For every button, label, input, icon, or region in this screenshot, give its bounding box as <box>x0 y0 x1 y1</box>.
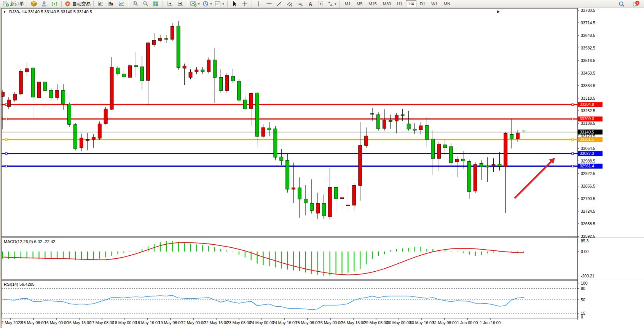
indicators-button[interactable]: ▼ <box>214 0 226 8</box>
chart-window[interactable]: 33780.533714.533648.533582.533516.533450… <box>0 8 644 328</box>
new-order-icon <box>3 1 9 7</box>
svg-text:33054.5: 33054.5 <box>581 146 595 151</box>
svg-text:33186.5: 33186.5 <box>581 121 595 126</box>
profile-icon <box>41 1 48 7</box>
timeframe-h4-button[interactable]: H4 <box>406 0 416 7</box>
timeframe-w1-button[interactable]: W1 <box>429 0 440 7</box>
label-icon: T <box>317 1 324 7</box>
label-button[interactable]: T <box>316 0 326 8</box>
signals-button[interactable] <box>49 0 60 8</box>
toolbar-separator <box>252 1 252 7</box>
market-icon <box>31 1 37 7</box>
time-axis: 12 May 202315 May 08:0016 May 00:0016 Ma… <box>0 318 501 325</box>
chart-line-button[interactable] <box>116 0 126 8</box>
dropdown-caret-icon[interactable]: ▼ <box>222 3 225 5</box>
indicators-icon <box>215 1 221 7</box>
svg-text:31 May 08:00: 31 May 08:00 <box>432 320 457 325</box>
auto-scroll-button[interactable] <box>165 0 175 8</box>
chart-header: ▼ DJ30-,H4 33140.5 33140.5 33140.5 33140… <box>3 10 92 14</box>
crosshair-button[interactable] <box>240 0 250 8</box>
svg-text:33252.5: 33252.5 <box>581 108 595 113</box>
chart-shift-button[interactable] <box>175 0 185 8</box>
add-chart-icon <box>190 1 197 7</box>
chart-canvas[interactable]: 33780.533714.533648.533582.533516.533450… <box>0 8 644 328</box>
cursor-icon <box>231 1 238 7</box>
trendline-button[interactable] <box>274 0 285 8</box>
chart-candles-button[interactable] <box>106 0 116 8</box>
toolbar-separator <box>27 1 27 7</box>
chart-line-icon <box>118 1 124 7</box>
periods-clock-button[interactable]: ▼ <box>201 0 214 8</box>
svg-text:18 May 00:00: 18 May 00:00 <box>113 320 137 325</box>
macd-values: 6.02 -22.42 <box>34 239 55 244</box>
fibonacci-icon: F <box>297 1 303 7</box>
fibonacci-button[interactable]: F <box>295 0 305 8</box>
window-left-border <box>0 8 2 328</box>
horizontal-line-button[interactable] <box>264 0 274 8</box>
svg-text:16 May 16:00: 16 May 16:00 <box>67 320 91 325</box>
vertical-line-button[interactable] <box>254 0 264 8</box>
profile-button[interactable] <box>39 0 49 8</box>
timeframe-m1-button[interactable]: M1 <box>342 0 353 7</box>
zoom-out-icon <box>142 1 149 7</box>
add-chart-button[interactable]: ▼ <box>189 0 201 8</box>
svg-text:F: F <box>301 4 303 7</box>
channel-button[interactable]: E <box>285 0 295 8</box>
ohlc-values: 33140.5 33140.5 33140.5 33140.5 <box>28 10 92 14</box>
auto-scroll-icon <box>167 1 173 7</box>
toolbar-separator <box>187 1 188 7</box>
rsi-indicator-label: RSI(14) 56.4285 <box>4 282 35 287</box>
svg-text:85.3: 85.3 <box>581 239 589 243</box>
svg-text:22 May 00:00: 22 May 00:00 <box>181 320 206 325</box>
timeframe-d1-button[interactable]: D1 <box>417 0 428 7</box>
svg-text:17 May 08:00: 17 May 08:00 <box>90 320 114 325</box>
timeframe-h1-button[interactable]: H1 <box>394 0 405 7</box>
cursor-button[interactable] <box>230 0 240 8</box>
shapes-button[interactable]: ▼ <box>326 0 338 8</box>
toolbar-separator <box>93 1 94 7</box>
new-order-button[interactable]: 新订单 <box>2 0 25 8</box>
search-button[interactable] <box>617 0 627 8</box>
toolbar: 新订单自动交易▼▼ ▼EFAT▼M1M5M15M30H1H4D1W1MN 1 <box>0 0 644 8</box>
price-badge: 33209.0 <box>578 116 603 121</box>
chart-bars-icon <box>97 1 104 7</box>
chart-bars-button[interactable] <box>96 0 106 8</box>
crosshair-icon <box>242 1 248 7</box>
autotrade-label: 自动交易 <box>72 1 91 7</box>
tile-windows-icon <box>153 1 159 7</box>
dropdown-caret-icon[interactable]: ▼ <box>334 3 337 5</box>
svg-text:33516.5: 33516.5 <box>581 58 595 63</box>
timeframe-m5-button[interactable]: M5 <box>354 0 365 7</box>
dropdown-caret-icon[interactable]: ▼ <box>210 3 212 5</box>
zoom-in-button[interactable] <box>130 0 140 8</box>
timeframe-m30-button[interactable]: M30 <box>380 0 394 7</box>
svg-text:1 Jun 16:00: 1 Jun 16:00 <box>480 320 501 325</box>
trendline-icon <box>276 1 283 7</box>
market-button[interactable] <box>29 0 39 8</box>
timeframe-m15-button[interactable]: M15 <box>366 0 379 7</box>
svg-text:33027.3: 33027.3 <box>580 151 594 156</box>
svg-text:33101.1: 33101.1 <box>580 137 594 142</box>
svg-text:22 May 16:00: 22 May 16:00 <box>204 320 228 325</box>
vertical-line-icon <box>256 1 262 7</box>
svg-text:32988.5: 32988.5 <box>581 159 595 163</box>
symbol-dropdown-icon[interactable]: ▼ <box>3 10 6 14</box>
zoom-out-button[interactable] <box>140 0 151 8</box>
text-button[interactable]: A <box>305 0 316 8</box>
svg-text:26 May 16:00: 26 May 16:00 <box>341 320 365 325</box>
dropdown-caret-icon[interactable]: ▼ <box>198 3 200 5</box>
chart-candles-icon <box>108 1 114 7</box>
price-badge: 33284.8 <box>578 102 603 107</box>
svg-text:24 May 16:00: 24 May 16:00 <box>273 320 297 325</box>
tile-windows-button[interactable] <box>151 0 161 8</box>
svg-text:1 Jun 00:00: 1 Jun 00:00 <box>457 320 478 325</box>
zoom-in-icon <box>132 1 139 7</box>
autotrade-button[interactable]: 自动交易 <box>64 0 92 8</box>
svg-text:100: 100 <box>581 281 588 285</box>
macd-indicator-label: MACD(12,26,9) 6.02 -22.42 <box>4 239 55 244</box>
toolbar-separator <box>128 1 129 7</box>
svg-text:32592.5: 32592.5 <box>581 234 595 239</box>
notifications-button[interactable]: 1 <box>631 0 641 8</box>
timeframe-mn-button[interactable]: MN <box>441 0 453 7</box>
svg-text:26 May 00:00: 26 May 00:00 <box>318 320 343 325</box>
